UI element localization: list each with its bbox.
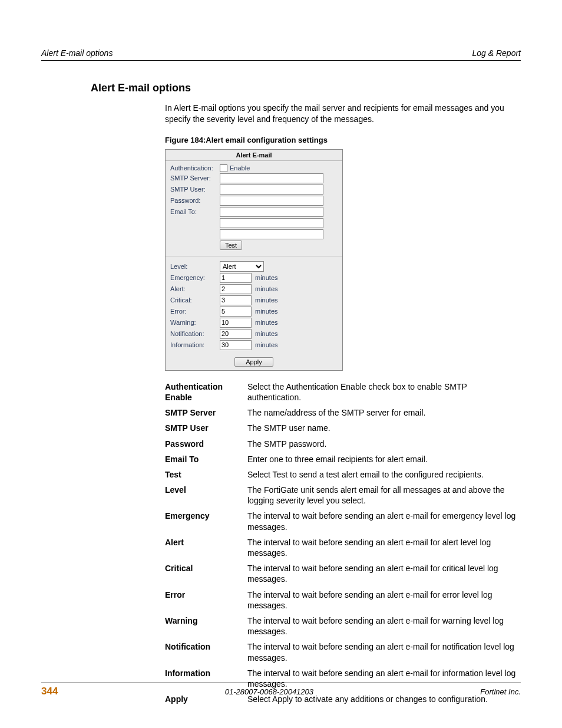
email-to-label: Email To:: [170, 208, 220, 215]
critical-input[interactable]: [220, 295, 252, 305]
def-desc: Select the Authentication Enable check b…: [247, 381, 521, 403]
email-to-input-2[interactable]: [220, 218, 323, 228]
alert-email-panel: Alert E-mail Authentication: Enable SMTP…: [165, 149, 343, 371]
header-left: Alert E-mail options: [41, 48, 113, 58]
def-term: Level: [165, 485, 247, 506]
error-label: Error:: [170, 308, 220, 315]
def-desc: The interval to wait before sending an a…: [247, 563, 521, 584]
test-button[interactable]: Test: [220, 241, 242, 250]
header-right: Log & Report: [472, 48, 521, 58]
def-desc: The name/address of the SMTP server for …: [247, 407, 521, 418]
company-name: Fortinet Inc.: [480, 687, 521, 696]
minutes-label: minutes: [255, 308, 278, 315]
level-select[interactable]: Alert: [220, 261, 264, 272]
information-input[interactable]: [220, 340, 252, 350]
running-header: Alert E-mail options Log & Report: [41, 48, 521, 61]
def-desc: The interval to wait before sending an a…: [247, 641, 521, 663]
def-desc: Enter one to three email recipients for …: [247, 454, 521, 465]
minutes-label: minutes: [255, 319, 278, 326]
page-footer: 344 01-28007-0068-20041203 Fortinet Inc.: [41, 683, 521, 697]
smtp-user-label: SMTP User:: [170, 186, 220, 193]
minutes-label: minutes: [255, 297, 278, 304]
page-number: 344: [41, 686, 58, 697]
def-desc: The interval to wait before sending an a…: [247, 615, 521, 637]
def-term: Email To: [165, 454, 247, 465]
intro-text: In Alert E-mail options you specify the …: [91, 103, 521, 125]
doc-id: 01-28007-0068-20041203: [225, 687, 313, 696]
def-desc: The interval to wait before sending an a…: [247, 589, 521, 611]
notification-label: Notification:: [170, 330, 220, 337]
def-desc: The interval to wait before sending an a…: [247, 510, 521, 532]
def-row: NotificationThe interval to wait before …: [165, 641, 521, 663]
def-row: PasswordThe SMTP password.: [165, 439, 521, 449]
smtp-user-input[interactable]: [220, 185, 323, 195]
def-row: SMTP ServerThe name/address of the SMTP …: [165, 407, 521, 418]
figure-caption: Figure 184:Alert email configuration set…: [91, 136, 521, 144]
def-term: Critical: [165, 563, 247, 584]
minutes-label: minutes: [255, 274, 278, 281]
def-term: Error: [165, 589, 247, 611]
smtp-server-input[interactable]: [220, 173, 323, 183]
level-label: Level:: [170, 263, 220, 270]
critical-label: Critical:: [170, 297, 220, 304]
def-term: Test: [165, 469, 247, 480]
information-label: Information:: [170, 341, 220, 348]
def-row: Email ToEnter one to three email recipie…: [165, 454, 521, 465]
email-to-input-1[interactable]: [220, 207, 323, 217]
def-desc: The SMTP password.: [247, 439, 521, 449]
emergency-input[interactable]: [220, 273, 252, 283]
smtp-server-label: SMTP Server:: [170, 174, 220, 182]
def-term: Notification: [165, 641, 247, 663]
def-term: SMTP User: [165, 423, 247, 433]
panel-title: Alert E-mail: [166, 150, 342, 161]
minutes-label: minutes: [255, 330, 278, 337]
alert-label: Alert:: [170, 285, 220, 292]
def-desc: The interval to wait before sending an a…: [247, 537, 521, 558]
def-desc: Select Test to send a test alert email t…: [247, 469, 521, 480]
def-row: AlertThe interval to wait before sending…: [165, 537, 521, 558]
def-row: CriticalThe interval to wait before send…: [165, 563, 521, 584]
def-desc: The SMTP user name.: [247, 423, 521, 433]
enable-checkbox[interactable]: [220, 164, 227, 172]
def-row: WarningThe interval to wait before sendi…: [165, 615, 521, 637]
error-input[interactable]: [220, 307, 252, 317]
def-row: LevelThe FortiGate unit sends alert emai…: [165, 485, 521, 506]
minutes-label: minutes: [255, 341, 278, 348]
password-input[interactable]: [220, 196, 323, 206]
email-to-input-3[interactable]: [220, 229, 323, 239]
def-desc: The FortiGate unit sends alert email for…: [247, 485, 521, 506]
page-title: Alert E-mail options: [91, 82, 521, 94]
minutes-label: minutes: [255, 285, 278, 292]
def-term: Emergency: [165, 510, 247, 532]
definitions-list: Authentication EnableSelect the Authenti…: [91, 381, 521, 705]
emergency-label: Emergency:: [170, 274, 220, 281]
def-row: SMTP UserThe SMTP user name.: [165, 423, 521, 433]
password-label: Password:: [170, 197, 220, 204]
auth-label: Authentication:: [170, 164, 220, 172]
def-term: Warning: [165, 615, 247, 637]
warning-label: Warning:: [170, 319, 220, 326]
warning-input[interactable]: [220, 318, 252, 328]
def-term: Password: [165, 439, 247, 449]
def-row: ErrorThe interval to wait before sending…: [165, 589, 521, 611]
alert-input[interactable]: [220, 284, 252, 294]
def-term: Authentication Enable: [165, 381, 247, 403]
apply-button[interactable]: Apply: [234, 357, 273, 367]
notification-input[interactable]: [220, 329, 252, 339]
def-row: TestSelect Test to send a test alert ema…: [165, 469, 521, 480]
def-term: Alert: [165, 537, 247, 558]
def-row: EmergencyThe interval to wait before sen…: [165, 510, 521, 532]
enable-label: Enable: [230, 164, 250, 172]
def-term: SMTP Server: [165, 407, 247, 418]
def-row: Authentication EnableSelect the Authenti…: [165, 381, 521, 403]
